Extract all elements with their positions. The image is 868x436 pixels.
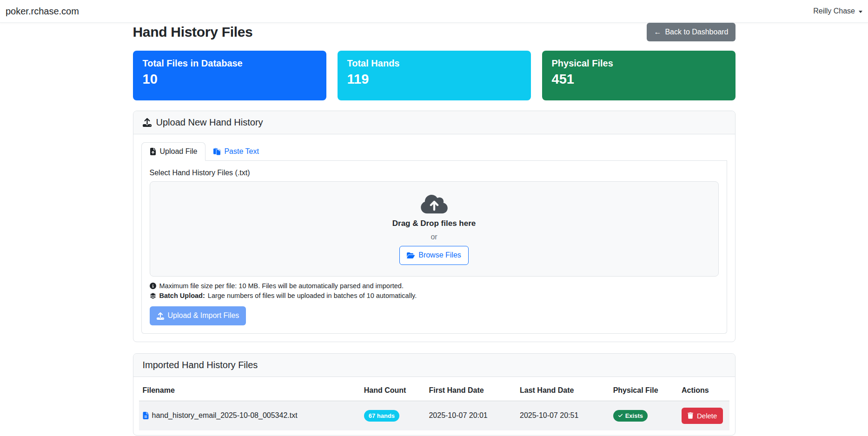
delete-button-label: Delete: [697, 411, 717, 421]
upload-import-label: Upload & Import Files: [168, 310, 239, 321]
imported-files-title: Imported Hand History Files: [143, 360, 258, 370]
paste-icon: [213, 148, 220, 155]
column-header-first-hand-date: First Hand Date: [425, 382, 516, 401]
stat-label: Physical Files: [552, 58, 726, 69]
note-batch-upload: Batch Upload: Large numbers of files wil…: [150, 292, 719, 299]
delete-button[interactable]: Delete: [682, 408, 723, 424]
upload-icon: [143, 118, 152, 127]
column-header-filename: Filename: [139, 382, 360, 401]
note-batch-upload-text: Batch Upload: Large numbers of files wil…: [159, 292, 417, 299]
upload-tabs: Upload File Paste Text: [141, 142, 727, 161]
file-select-label: Select Hand History Files (.txt): [150, 169, 719, 177]
info-circle-icon: [150, 283, 156, 289]
dropzone-title: Drag & Drop files here: [392, 219, 476, 228]
imported-files-header: Imported Hand History Files: [133, 354, 735, 377]
tab-paste-text[interactable]: Paste Text: [205, 142, 266, 160]
hand-count-badge: 67 hands: [364, 410, 399, 422]
tab-paste-text-label: Paste Text: [224, 147, 258, 156]
file-name: hand_history_email_2025-10-08_005342.txt: [152, 411, 298, 420]
arrow-left-icon: ←: [654, 27, 661, 37]
stat-card-physical-files: Physical Files 451: [542, 51, 735, 100]
check-icon: [618, 413, 623, 418]
upload-card: Upload New Hand History Upload File Past…: [133, 111, 735, 342]
browse-files-button[interactable]: Browse Files: [399, 246, 469, 264]
column-header-actions: Actions: [678, 382, 729, 401]
file-upload-icon: [150, 148, 156, 155]
site-brand[interactable]: poker.rchase.com: [6, 6, 79, 17]
stat-value: 451: [552, 72, 726, 87]
dropzone-or-text: or: [431, 233, 437, 241]
upload-icon: [157, 312, 164, 320]
first-hand-date: 2025-10-07 20:01: [425, 401, 516, 430]
upload-import-button[interactable]: Upload & Import Files: [150, 306, 246, 325]
stat-label: Total Hands: [347, 58, 521, 69]
table-row: hand_history_email_2025-10-08_005342.txt…: [139, 401, 729, 430]
page-title: Hand History Files: [133, 24, 253, 40]
layers-icon: [150, 292, 156, 299]
stat-card-total-files: Total Files in Database 10: [133, 51, 326, 100]
upload-card-title: Upload New Hand History: [156, 117, 263, 128]
user-dropdown[interactable]: Reilly Chase: [813, 7, 862, 15]
last-hand-date: 2025-10-07 20:51: [516, 401, 610, 430]
folder-open-icon: [407, 252, 415, 259]
top-navbar: poker.rchase.com Reilly Chase: [0, 0, 868, 23]
column-header-hand-count: Hand Count: [360, 382, 425, 401]
files-table: Filename Hand Count First Hand Date Last…: [139, 382, 729, 430]
upload-tab-panel: Select Hand History Files (.txt) Drag & …: [141, 161, 727, 333]
caret-down-icon: [859, 11, 862, 13]
user-name: Reilly Chase: [813, 7, 855, 15]
stat-value: 10: [143, 72, 317, 87]
physical-file-badge-label: Exists: [625, 412, 643, 419]
column-header-last-hand-date: Last Hand Date: [516, 382, 610, 401]
file-lines-icon: [143, 412, 149, 419]
cloud-upload-icon: [421, 193, 448, 215]
trash-icon: [688, 412, 693, 419]
tab-upload-file-label: Upload File: [160, 147, 198, 156]
tab-upload-file[interactable]: Upload File: [141, 142, 206, 161]
note-max-file-size-text: Maximum file size per file: 10 MB. Files…: [159, 282, 404, 290]
file-dropzone[interactable]: Drag & Drop files here or Browse Files: [150, 181, 719, 277]
browse-files-label: Browse Files: [418, 250, 461, 260]
stat-card-total-hands: Total Hands 119: [338, 51, 531, 100]
note-max-file-size: Maximum file size per file: 10 MB. Files…: [150, 282, 719, 290]
stat-label: Total Files in Database: [143, 58, 317, 69]
back-to-dashboard-label: Back to Dashboard: [665, 27, 728, 37]
physical-file-badge: Exists: [613, 410, 648, 422]
back-to-dashboard-button[interactable]: ← Back to Dashboard: [647, 23, 735, 41]
column-header-physical-file: Physical File: [610, 382, 678, 401]
imported-files-card: Imported Hand History Files Filename Han…: [133, 353, 735, 436]
upload-card-header: Upload New Hand History: [133, 111, 735, 134]
stats-row: Total Files in Database 10 Total Hands 1…: [133, 51, 735, 100]
stat-value: 119: [347, 72, 521, 87]
